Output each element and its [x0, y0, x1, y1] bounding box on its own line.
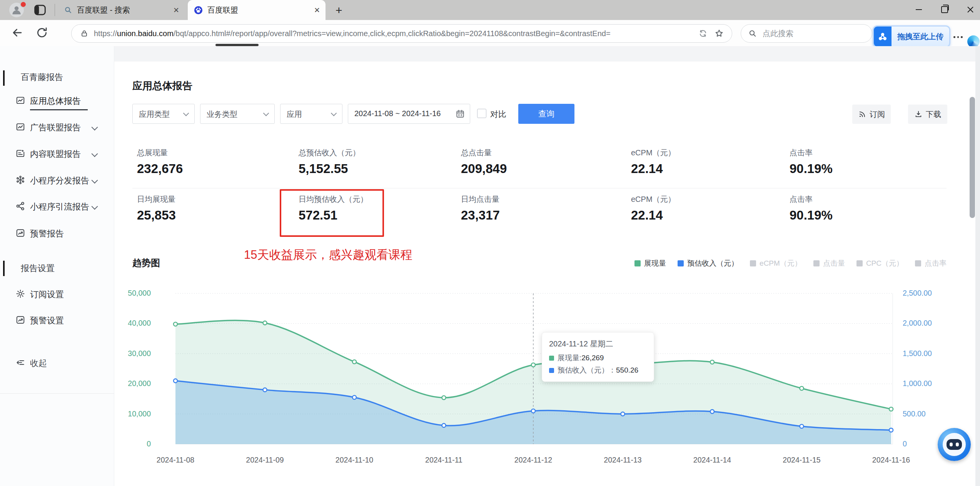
- sidebar-item-content-union-report[interactable]: 内容联盟报告: [0, 145, 114, 162]
- page-scrollbar-thumb[interactable]: [970, 97, 975, 218]
- data-point-marker[interactable]: [889, 407, 893, 411]
- query-button[interactable]: 查询: [518, 104, 574, 124]
- sidebar-collapse-button[interactable]: 收起: [0, 355, 114, 371]
- back-button[interactable]: [11, 26, 24, 41]
- legend-item-ctr[interactable]: 点击率: [915, 258, 947, 268]
- date-range-picker[interactable]: 2024-11-08 ~ 2024-11-16: [348, 104, 470, 124]
- more-menu-button[interactable]: [953, 36, 963, 38]
- stat-label: 点击率: [790, 148, 813, 158]
- lock-icon[interactable]: [80, 29, 88, 38]
- y-axis-tick-left: 20,000: [128, 379, 151, 388]
- favorite-star-icon[interactable]: [714, 28, 724, 38]
- netdisk-upload-button[interactable]: 拖拽至此上传: [873, 25, 950, 48]
- close-tab-icon[interactable]: ✕: [314, 6, 320, 15]
- stat-value: 5,152.55: [299, 161, 348, 176]
- download-button[interactable]: 下载: [908, 105, 947, 124]
- sidebar-item-ad-union-report[interactable]: 广告联盟报告: [0, 119, 114, 136]
- close-tab-icon[interactable]: ✕: [173, 6, 179, 15]
- assistant-robot-button[interactable]: [938, 428, 971, 461]
- x-axis-tick: 2024-11-09: [246, 456, 284, 464]
- content-report-icon: [15, 148, 25, 160]
- window-scrollbar-track[interactable]: [975, 46, 980, 486]
- page-content: 百青藤报告 应用总体报告 广告联盟报告 内容联盟报告: [0, 46, 980, 486]
- browser-toolbar: https://union.baidu.com/bqt/appco.html#/…: [0, 20, 980, 47]
- browser-tab-search[interactable]: 百度联盟 - 搜索 ✕: [58, 0, 185, 20]
- data-point-marker[interactable]: [531, 409, 535, 413]
- chevron-down-icon: [92, 124, 98, 131]
- y-axis-tick-left: 0: [147, 439, 151, 448]
- stat-label: eCPM（元）: [631, 194, 676, 205]
- sidebar-item-miniapp-traffic-report[interactable]: 小程序引流报告: [0, 198, 114, 215]
- data-point-marker[interactable]: [174, 379, 177, 383]
- legend-item-income[interactable]: 预估收入（元）: [678, 258, 738, 268]
- data-point-marker[interactable]: [352, 360, 356, 364]
- sidebar-item-alert-report[interactable]: 预警报告: [0, 225, 114, 242]
- stats-divider: [132, 188, 947, 188]
- x-axis-tick: 2024-11-10: [336, 456, 373, 464]
- refresh-button[interactable]: [35, 26, 48, 41]
- stat-label: 总展现量: [137, 148, 168, 158]
- restore-button[interactable]: [933, 0, 956, 19]
- address-bar[interactable]: https://union.baidu.com/bqt/appco.html#/…: [71, 24, 732, 43]
- data-point-marker[interactable]: [263, 321, 267, 325]
- x-axis-tick: 2024-11-15: [783, 456, 820, 464]
- y-axis-tick-left: 40,000: [128, 319, 151, 327]
- x-axis-tick: 2024-11-16: [872, 456, 910, 464]
- compare-checkbox[interactable]: [477, 109, 486, 118]
- x-axis-tick: 2024-11-13: [604, 456, 641, 464]
- sidebar-item-app-overall-report[interactable]: 应用总体报告: [0, 92, 114, 109]
- data-point-marker[interactable]: [800, 386, 804, 390]
- chevron-down-icon: [92, 177, 98, 184]
- quick-search-box[interactable]: 点此搜索: [741, 24, 872, 43]
- data-point-marker[interactable]: [800, 424, 804, 428]
- sidebar-item-alert-settings[interactable]: 预警设置: [0, 312, 114, 329]
- active-underline: [30, 109, 88, 110]
- y-axis-tick-left: 30,000: [128, 349, 151, 358]
- browser-essentials-icon[interactable]: [698, 28, 708, 38]
- sidebar-item-label: 订阅设置: [30, 289, 64, 300]
- sidebar-item-label: 广告联盟报告: [30, 122, 81, 133]
- data-point-marker[interactable]: [442, 396, 446, 399]
- search-icon: [748, 29, 757, 38]
- sidebar-item-subscription-settings[interactable]: 订阅设置: [0, 286, 114, 303]
- y-axis-tick-right: 2,500.00: [903, 289, 932, 297]
- app-type-select[interactable]: 应用类型: [132, 104, 195, 124]
- y-axis-tick-left: 10,000: [128, 409, 151, 418]
- subscribe-button[interactable]: 订阅: [852, 105, 891, 124]
- sidebar-item-label: 应用总体报告: [30, 95, 81, 107]
- close-window-button[interactable]: [959, 0, 980, 19]
- data-point-marker[interactable]: [263, 388, 267, 392]
- data-point-marker[interactable]: [442, 423, 446, 427]
- legend-item-ecpm[interactable]: eCPM（元）: [750, 258, 802, 268]
- upload-label: 拖拽至此上传: [892, 32, 949, 42]
- alert-trend-icon: [15, 315, 25, 326]
- data-point-marker[interactable]: [621, 412, 625, 416]
- data-point-marker[interactable]: [174, 322, 177, 326]
- browser-tab-baidu-union[interactable]: 百度联盟 ✕: [188, 0, 326, 20]
- stat-label: 点击率: [790, 194, 813, 205]
- data-point-marker[interactable]: [710, 409, 714, 413]
- x-axis-tick: 2024-11-12: [514, 456, 552, 464]
- legend-item-click[interactable]: 点击量: [813, 258, 845, 268]
- data-point-marker[interactable]: [352, 395, 356, 399]
- legend-item-cpc[interactable]: CPC（元）: [856, 258, 903, 268]
- data-point-marker[interactable]: [889, 428, 893, 432]
- sidebar-item-label: 预警设置: [30, 315, 64, 326]
- new-tab-button[interactable]: +: [336, 4, 342, 17]
- stat-value: 209,849: [461, 161, 507, 176]
- x-axis-tick: 2024-11-08: [157, 456, 194, 464]
- sidebar-item-miniapp-distribution-report[interactable]: 小程序分发报告: [0, 172, 114, 189]
- data-point-marker[interactable]: [531, 363, 535, 367]
- page-top-strip: [114, 46, 980, 62]
- data-point-marker[interactable]: [710, 360, 714, 364]
- sidebar-item-label: 小程序引流报告: [30, 201, 89, 213]
- business-type-select[interactable]: 业务类型: [200, 104, 275, 124]
- app-select[interactable]: 应用: [280, 104, 342, 124]
- legend-item-view[interactable]: 展现量: [634, 258, 666, 268]
- workspaces-icon[interactable]: [34, 4, 46, 17]
- search-icon: [64, 6, 72, 14]
- minimize-button[interactable]: [907, 0, 930, 19]
- stat-label: 总预估收入（元）: [299, 148, 360, 158]
- search-placeholder: 点此搜索: [763, 28, 793, 39]
- y-axis-tick-right: 0: [903, 439, 907, 448]
